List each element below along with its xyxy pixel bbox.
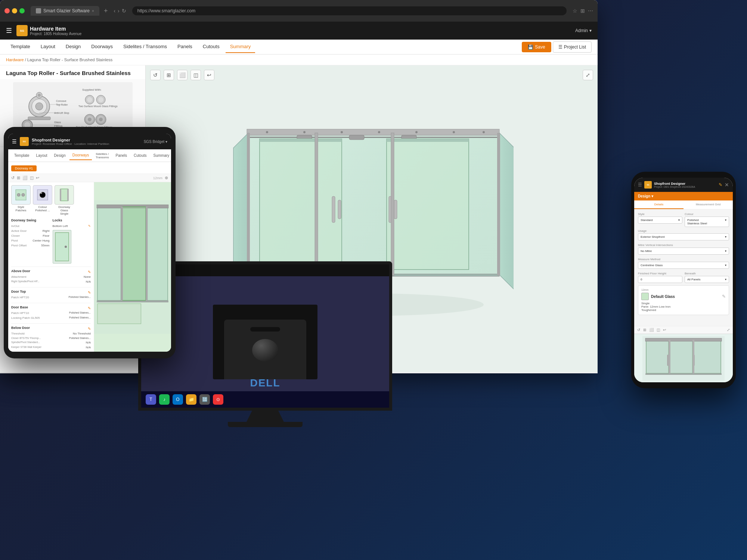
phone-tab-measurement[interactable]: Measurement Grid	[684, 200, 733, 209]
phone-measure-select[interactable]: Centreline Glass ▾	[638, 262, 729, 269]
phone-expand-icon[interactable]: ⤢	[727, 328, 730, 332]
tablet-nav-design[interactable]: Design	[51, 151, 69, 160]
nav-template[interactable]: Template	[6, 41, 35, 53]
phone-close-icon[interactable]: ✕	[725, 182, 729, 188]
viewer-toolbar: ↺ ⊞ ⬜ ◫ ↩	[150, 70, 214, 80]
tablet-door-base-edit-icon[interactable]: ✎	[88, 306, 91, 310]
forward-btn[interactable]: ›	[118, 8, 120, 14]
phone-glass-title-block: Default Glass	[651, 295, 675, 299]
phone-beneath-chevron-icon: ▾	[725, 278, 726, 281]
svg-text:Top Roller: Top Roller	[56, 103, 68, 106]
tablet-reset-icon[interactable]: ↺	[11, 175, 15, 180]
address-bar[interactable]: https://www.smartglazier.com	[132, 6, 567, 15]
tablet-style-patches[interactable]: StylePatches	[11, 185, 31, 215]
phone-hamburger-icon[interactable]: ☰	[638, 182, 642, 187]
nav-doorways[interactable]: Doorways	[87, 41, 117, 53]
phone-section-header[interactable]: Design ▾	[634, 192, 733, 200]
close-window-btn[interactable]	[4, 8, 10, 13]
tab-label: Smart Glazier Software	[43, 8, 90, 13]
save-button[interactable]: 💾 Save	[522, 42, 551, 52]
tablet-nav-layout[interactable]: Layout	[33, 151, 50, 160]
tablet-nav-summary[interactable]: Summary	[151, 151, 171, 160]
app-nav: Template Layout Design Doorways Sidelite…	[0, 40, 598, 55]
svg-point-67	[22, 193, 25, 196]
phone-tab-details[interactable]: Details	[634, 200, 684, 209]
nav-cutouts[interactable]: Cutouts	[198, 41, 224, 53]
taskbar-outlook-icon[interactable]: O	[173, 394, 183, 405]
taskbar-spotify-icon[interactable]: ♪	[159, 394, 170, 405]
phone-undo-icon[interactable]: ↩	[663, 328, 666, 332]
refresh-btn[interactable]: ↻	[122, 8, 126, 14]
menu-icon[interactable]: ⋯	[588, 8, 593, 14]
tablet-below-door-edit-icon[interactable]: ✎	[88, 327, 91, 331]
extensions-icon[interactable]: ⊞	[580, 8, 585, 14]
tablet-size-indicator: 12mm	[153, 176, 162, 180]
browser-chrome: Smart Glazier Software × + ‹ › ↻ https:/…	[0, 0, 598, 22]
breadcrumb-hardware-link[interactable]: Hardware	[6, 57, 24, 62]
nav-design[interactable]: Design	[61, 41, 85, 53]
tab-close-icon[interactable]: ×	[92, 9, 94, 13]
tablet-colour-polished[interactable]: ColourPolished ...	[33, 185, 52, 215]
zoom-fit-btn[interactable]: ⊞	[164, 70, 174, 80]
phone-fit-icon[interactable]: ⊞	[643, 328, 646, 332]
phone-style-select[interactable]: Standard ▾	[638, 217, 682, 224]
expand-viewer-btn[interactable]: ⤢	[583, 70, 593, 80]
tablet-panel-icon[interactable]: ◫	[30, 175, 34, 180]
phone-body: Style Standard ▾ Colour PolishedStainles…	[634, 209, 733, 326]
project-list-button[interactable]: ☰ Project List	[553, 41, 592, 53]
bookmark-icon[interactable]: ☆	[573, 8, 577, 14]
phone-glass-edit-icon[interactable]: ✎	[722, 294, 726, 299]
menu-hamburger-icon[interactable]: ☰	[6, 27, 12, 35]
tablet-user-label[interactable]: SGS Bridget ▾	[144, 140, 167, 144]
browser-tab[interactable]: Smart Glazier Software ×	[31, 6, 99, 16]
tablet-doorway-tab[interactable]: Doorway #1	[11, 165, 37, 171]
svg-rect-85	[97, 304, 141, 324]
tablet-nav-cutouts[interactable]: Cutouts	[131, 151, 149, 160]
taskbar-chrome-icon[interactable]: ⊙	[213, 394, 223, 405]
perspective-btn[interactable]: ⬜	[177, 70, 187, 80]
tablet-nav-sidelites[interactable]: Sidelites / Transoms	[93, 150, 112, 161]
tablet-above-door-edit-icon[interactable]: ✎	[88, 270, 91, 274]
taskbar-calculator-icon[interactable]: 🔢	[199, 394, 210, 405]
phone-colour-select[interactable]: PolishedStainless Steel ▾	[685, 217, 729, 227]
phone-floor-height-input[interactable]: 0	[638, 276, 682, 283]
tablet-add-icon[interactable]: ⊕	[165, 175, 168, 180]
tablet-fit-icon[interactable]: ⊞	[17, 175, 20, 180]
phone-reset-icon[interactable]: ↺	[637, 328, 640, 332]
phone-usage-select[interactable]: Exterior Shopfront ▾	[638, 233, 729, 240]
taskbar-explorer-icon[interactable]: 📁	[186, 394, 196, 405]
admin-chevron-icon: ▾	[589, 28, 592, 33]
nav-summary[interactable]: Summary	[226, 41, 255, 53]
tablet-undo-icon[interactable]: ↩	[36, 175, 39, 180]
nav-sidelites[interactable]: Sidelites / Transoms	[119, 41, 171, 53]
reset-view-btn[interactable]: ↺	[150, 70, 161, 80]
tablet-door-top-edit-icon[interactable]: ✎	[88, 290, 91, 295]
svg-rect-73	[67, 189, 69, 201]
taskbar-teams-icon[interactable]: T	[146, 394, 156, 405]
phone-edit-icon[interactable]: ✎	[719, 182, 722, 187]
tablet-door-top-section: Door Top ✎ Patch HPT20Polished Stainles.…	[11, 287, 91, 300]
add-tab-icon[interactable]: +	[104, 7, 108, 15]
phone-panel-icon[interactable]: ◫	[657, 328, 660, 332]
tablet-threshold-row: ThresholdNo Threshold	[11, 331, 91, 336]
tablet-locks-edit-icon[interactable]: ✎	[88, 224, 91, 228]
minimize-window-btn[interactable]	[12, 8, 17, 13]
tablet-hamburger-icon[interactable]: ☰	[12, 139, 17, 144]
tablet-nav-doorways[interactable]: Doorways	[69, 151, 92, 160]
phone-mitre-select[interactable]: No Mitre ▾	[638, 248, 729, 255]
phone-beneath-select[interactable]: All Panels ▾	[685, 276, 729, 283]
tablet-nav-template[interactable]: Template	[11, 151, 32, 160]
tablet-nav-panels[interactable]: Panels	[112, 151, 130, 160]
back-btn[interactable]: ‹	[114, 8, 115, 14]
nav-layout[interactable]: Layout	[36, 41, 60, 53]
maximize-window-btn[interactable]	[19, 8, 25, 13]
wireframe-btn[interactable]: ◫	[190, 70, 201, 80]
tablet-door-top-patch-row: Patch HPT20Polished Stainles...	[11, 295, 91, 300]
tablet-glass-single[interactable]: DoorwayGlassSingle	[55, 185, 74, 215]
svg-point-66	[17, 193, 20, 196]
tablet-view-icon[interactable]: ⬜	[22, 175, 28, 180]
phone-view-icon[interactable]: ⬜	[649, 328, 654, 332]
admin-menu-btn[interactable]: Admin ▾	[575, 28, 592, 33]
undo-btn[interactable]: ↩	[204, 70, 214, 80]
nav-panels[interactable]: Panels	[173, 41, 197, 53]
